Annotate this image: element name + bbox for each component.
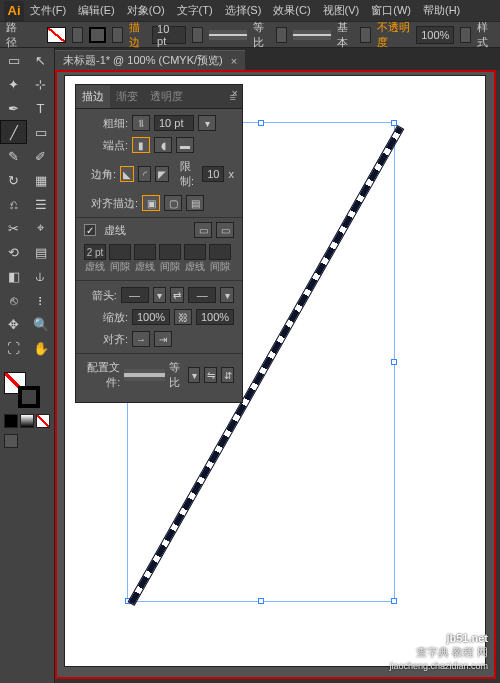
corner-round-icon[interactable]: ◜ bbox=[138, 166, 152, 182]
panel-tab-gradient[interactable]: 渐变 bbox=[110, 85, 144, 108]
tool-blend[interactable]: ⫝ bbox=[27, 264, 54, 288]
weight-link-icon[interactable]: ⥮ bbox=[132, 115, 150, 131]
arrow-align-end-icon[interactable]: ⇥ bbox=[154, 331, 172, 347]
tool-rectangle[interactable]: ▭ bbox=[27, 120, 54, 144]
panel-close-icon[interactable]: × bbox=[232, 87, 238, 99]
fill-swatch-menu-icon[interactable] bbox=[72, 27, 83, 43]
tool-perspective[interactable]: ⌖ bbox=[27, 216, 54, 240]
tool-gradient[interactable]: ▤ bbox=[27, 240, 54, 264]
tool-line-segment[interactable]: ╱ bbox=[0, 120, 27, 144]
opacity-field[interactable]: 100% bbox=[416, 26, 454, 44]
stroke-swatch[interactable] bbox=[89, 27, 107, 43]
tool-width[interactable]: ⎌ bbox=[0, 192, 27, 216]
align-inside-icon[interactable]: ▢ bbox=[164, 195, 182, 211]
tool-type[interactable]: T bbox=[27, 96, 54, 120]
tool-magic-wand[interactable]: ✦ bbox=[0, 72, 27, 96]
weight-menu-icon[interactable]: ▾ bbox=[198, 115, 216, 131]
tool-paintbrush[interactable]: ✎ bbox=[0, 144, 27, 168]
arrow-start-menu-icon[interactable]: ▾ bbox=[153, 287, 167, 303]
menu-edit[interactable]: 编辑(E) bbox=[78, 3, 115, 18]
tool-mesh[interactable]: ⟲ bbox=[0, 240, 27, 264]
menu-help[interactable]: 帮助(H) bbox=[423, 3, 460, 18]
arrow-end-field[interactable]: — bbox=[188, 287, 216, 303]
dash-3-field[interactable] bbox=[184, 244, 206, 260]
tool-direct-select[interactable]: ↖ bbox=[27, 48, 54, 72]
stroke-link[interactable]: 描边 bbox=[129, 20, 146, 50]
fill-stroke-control[interactable] bbox=[0, 368, 54, 452]
tool-zoom[interactable]: 🔍 bbox=[27, 312, 54, 336]
stroke-weight-stepper-icon[interactable] bbox=[192, 27, 203, 43]
arrow-align-tip-icon[interactable]: → bbox=[132, 331, 150, 347]
arrow-end-menu-icon[interactable]: ▾ bbox=[220, 287, 234, 303]
handle-tc[interactable] bbox=[258, 120, 264, 126]
handle-bc[interactable] bbox=[258, 598, 264, 604]
opacity-menu-icon[interactable] bbox=[460, 27, 471, 43]
tool-free-transform[interactable]: ☰ bbox=[27, 192, 54, 216]
tool-pencil[interactable]: ✐ bbox=[27, 144, 54, 168]
close-tab-icon[interactable]: × bbox=[231, 55, 237, 67]
profile-flip-v-icon[interactable]: ⇵ bbox=[221, 367, 234, 383]
limit-field[interactable]: 10 bbox=[202, 166, 224, 182]
menu-object[interactable]: 对象(O) bbox=[127, 3, 165, 18]
menu-select[interactable]: 选择(S) bbox=[225, 3, 262, 18]
variable-width-profile[interactable] bbox=[209, 30, 247, 40]
gap-2-field[interactable] bbox=[159, 244, 181, 260]
handle-br[interactable] bbox=[391, 598, 397, 604]
gap-1-field[interactable] bbox=[109, 244, 131, 260]
profile-menu-icon[interactable]: ▾ bbox=[188, 367, 201, 383]
arrow-start-field[interactable]: — bbox=[121, 287, 149, 303]
profile-preview[interactable] bbox=[124, 369, 164, 381]
align-outside-icon[interactable]: ▤ bbox=[186, 195, 204, 211]
arrow-swap-icon[interactable]: ⇄ bbox=[170, 287, 184, 303]
brush-menu-icon[interactable] bbox=[360, 27, 371, 43]
stroke-swatch-menu-icon[interactable] bbox=[112, 27, 123, 43]
tool-symbol-spray[interactable]: ⎋ bbox=[0, 288, 27, 312]
opacity-link[interactable]: 不透明度 bbox=[377, 20, 410, 50]
arrow-scale-end[interactable]: 100% bbox=[196, 309, 234, 325]
color-mode-gradient[interactable] bbox=[20, 414, 34, 428]
menu-effect[interactable]: 效果(C) bbox=[273, 3, 310, 18]
color-mode-solid[interactable] bbox=[4, 414, 18, 428]
dashed-checkbox[interactable]: ✓ bbox=[84, 224, 96, 236]
cap-round-icon[interactable]: ◖ bbox=[154, 137, 172, 153]
menu-type[interactable]: 文字(T) bbox=[177, 3, 213, 18]
tool-rotate[interactable]: ↻ bbox=[0, 168, 27, 192]
cap-butt-icon[interactable]: ▮ bbox=[132, 137, 150, 153]
cap-projecting-icon[interactable]: ▬ bbox=[176, 137, 194, 153]
menu-view[interactable]: 视图(V) bbox=[323, 3, 360, 18]
corner-bevel-icon[interactable]: ◤ bbox=[155, 166, 169, 182]
brush-definition[interactable] bbox=[293, 30, 331, 40]
stroke-indicator[interactable] bbox=[18, 386, 40, 408]
variable-width-menu-icon[interactable] bbox=[276, 27, 287, 43]
tool-shape-builder[interactable]: ✂ bbox=[0, 216, 27, 240]
stroke-weight-field[interactable]: 10 pt bbox=[152, 26, 186, 44]
tool-pen[interactable]: ✒ bbox=[0, 96, 27, 120]
align-center-icon[interactable]: ▣ bbox=[142, 195, 160, 211]
menu-file[interactable]: 文件(F) bbox=[30, 3, 66, 18]
tool-artboard[interactable]: ✥ bbox=[0, 312, 27, 336]
dash-1-field[interactable]: 2 pt bbox=[84, 244, 106, 260]
corner-miter-icon[interactable]: ◣ bbox=[120, 166, 134, 182]
arrow-scale-link-icon[interactable]: ⛓ bbox=[174, 309, 192, 325]
tool-eyedropper[interactable]: ◧ bbox=[0, 264, 27, 288]
dash-preserve-icon[interactable]: ▭ bbox=[194, 222, 212, 238]
tool-selection[interactable]: ▭ bbox=[0, 48, 27, 72]
panel-tab-transparency[interactable]: 透明度 bbox=[144, 85, 189, 108]
tool-column-graph[interactable]: ⫶ bbox=[27, 288, 54, 312]
arrow-scale-start[interactable]: 100% bbox=[132, 309, 170, 325]
tool-slice[interactable]: ⛶ bbox=[0, 336, 27, 360]
menu-window[interactable]: 窗口(W) bbox=[371, 3, 411, 18]
screen-mode-normal[interactable] bbox=[4, 434, 18, 448]
panel-tab-stroke[interactable]: 描边 bbox=[76, 85, 110, 108]
document-tab[interactable]: 未标题-1* @ 100% (CMYK/预览) × bbox=[55, 50, 245, 70]
dash-2-field[interactable] bbox=[134, 244, 156, 260]
gap-3-field[interactable] bbox=[209, 244, 231, 260]
dash-align-icon[interactable]: ▭ bbox=[216, 222, 234, 238]
handle-mr[interactable] bbox=[391, 359, 397, 365]
tool-lasso[interactable]: ⊹ bbox=[27, 72, 54, 96]
weight-field[interactable]: 10 pt bbox=[154, 115, 194, 131]
fill-swatch[interactable] bbox=[47, 27, 66, 43]
profile-flip-h-icon[interactable]: ⇋ bbox=[204, 367, 217, 383]
tool-hand[interactable]: ✋ bbox=[27, 336, 54, 360]
color-mode-none[interactable] bbox=[36, 414, 50, 428]
